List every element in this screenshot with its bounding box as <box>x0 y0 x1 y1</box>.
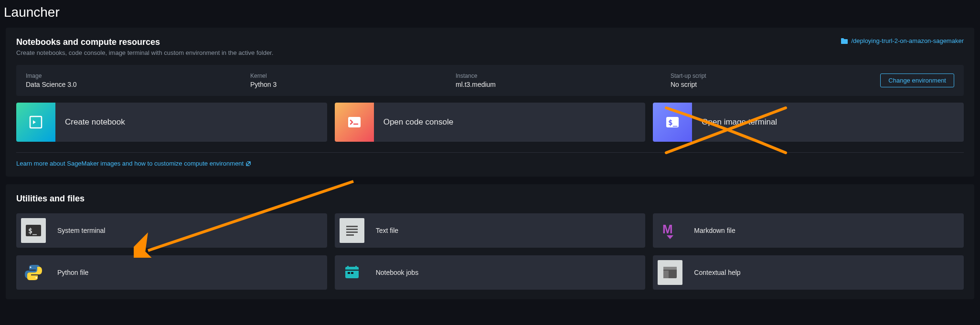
folder-icon <box>841 38 848 44</box>
env-kernel-label: Kernel <box>250 73 427 79</box>
env-kernel-value: Python 3 <box>250 81 427 88</box>
python-file-icon <box>21 260 46 285</box>
utilities-section-title: Utilities and files <box>16 194 964 204</box>
active-folder-link[interactable]: /deploying-trurl-2-on-amazon-sagemaker <box>841 37 964 44</box>
open-code-console-label: Open code console <box>374 117 454 127</box>
system-terminal-label: System terminal <box>46 227 105 234</box>
svg-rect-18 <box>348 272 350 274</box>
contextual-help-label: Contextual help <box>682 269 740 276</box>
svg-rect-22 <box>663 271 669 278</box>
env-image-label: Image <box>26 73 222 79</box>
divider <box>16 152 964 153</box>
svg-rect-7 <box>346 226 358 227</box>
markdown-file-card[interactable]: M Markdown file <box>653 213 964 248</box>
contextual-help-card[interactable]: Contextual help <box>653 255 964 290</box>
python-file-card[interactable]: Python file <box>16 255 327 290</box>
utilities-panel: Utilities and files $_ System terminal T… <box>6 184 974 299</box>
folder-path-text: /deploying-trurl-2-on-amazon-sagemaker <box>851 37 964 44</box>
notebook-jobs-card[interactable]: Notebook jobs <box>335 255 646 290</box>
svg-rect-10 <box>346 234 354 236</box>
svg-rect-16 <box>355 266 357 268</box>
markdown-file-icon: M <box>658 218 682 243</box>
text-file-label: Text file <box>364 227 398 234</box>
svg-rect-1 <box>348 117 361 127</box>
env-image-value: Data Science 3.0 <box>26 81 222 88</box>
svg-text:$_: $_ <box>668 118 678 127</box>
page-title: Launcher <box>0 0 980 28</box>
console-icon <box>335 103 374 142</box>
environment-bar: Image Data Science 3.0 Kernel Python 3 I… <box>16 65 964 96</box>
python-file-label: Python file <box>46 269 88 276</box>
text-file-icon <box>340 218 364 243</box>
learn-more-text: Learn more about SageMaker images and ho… <box>16 160 244 167</box>
svg-rect-8 <box>346 229 358 230</box>
notebooks-section-subtitle: Create notebooks, code console, image te… <box>16 49 273 56</box>
learn-more-link[interactable]: Learn more about SageMaker images and ho… <box>16 160 251 167</box>
svg-rect-9 <box>346 231 358 233</box>
open-image-terminal-card[interactable]: $_ Open image terminal <box>653 103 964 142</box>
svg-rect-15 <box>347 266 349 268</box>
svg-text:M: M <box>662 222 673 236</box>
system-terminal-icon: $_ <box>21 218 46 243</box>
env-script-label: Start-up script <box>671 73 852 79</box>
open-code-console-card[interactable]: Open code console <box>335 103 646 142</box>
contextual-help-icon <box>658 260 682 285</box>
notebooks-section-title: Notebooks and compute resources <box>16 37 273 47</box>
system-terminal-card[interactable]: $_ System terminal <box>16 213 327 248</box>
open-image-terminal-label: Open image terminal <box>692 117 777 127</box>
change-environment-button[interactable]: Change environment <box>880 73 954 87</box>
env-script-value: No script <box>671 81 852 88</box>
notebook-icon <box>16 103 55 142</box>
text-file-card[interactable]: Text file <box>335 213 646 248</box>
create-notebook-label: Create notebook <box>55 117 125 127</box>
env-instance-label: Instance <box>456 73 642 79</box>
create-notebook-card[interactable]: Create notebook <box>16 103 327 142</box>
notebook-jobs-icon <box>340 260 364 285</box>
terminal-icon: $_ <box>653 103 692 142</box>
markdown-file-label: Markdown file <box>682 227 735 234</box>
svg-rect-17 <box>345 270 359 271</box>
external-link-icon <box>245 161 251 167</box>
svg-point-13 <box>36 277 37 279</box>
env-instance-value: ml.t3.medium <box>456 81 642 88</box>
svg-text:$_: $_ <box>28 227 37 235</box>
svg-point-12 <box>30 267 32 268</box>
svg-rect-21 <box>663 267 677 270</box>
notebook-jobs-label: Notebook jobs <box>364 269 419 276</box>
svg-rect-19 <box>351 272 353 274</box>
notebooks-panel: Notebooks and compute resources Create n… <box>6 28 974 177</box>
